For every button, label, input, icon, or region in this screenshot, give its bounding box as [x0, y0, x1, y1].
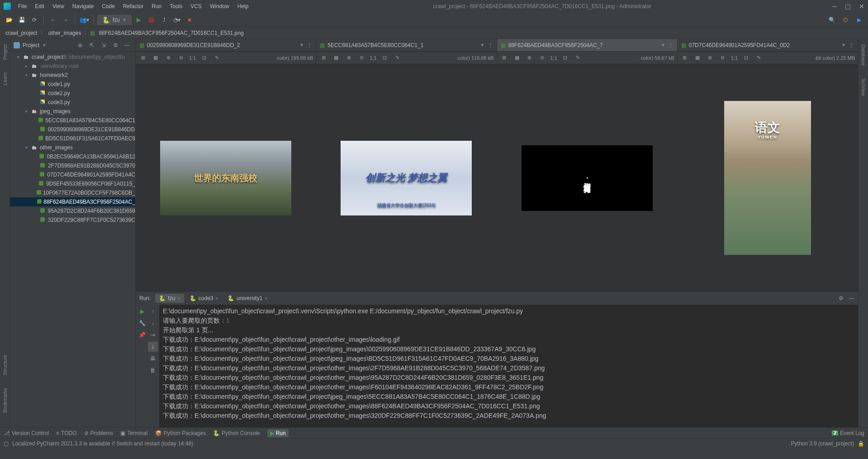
tree-arrow-icon[interactable]: ▾: [24, 73, 29, 77]
tab-py-console[interactable]: 🐍Python Console: [213, 430, 260, 436]
run-tab[interactable]: 🐍code3×: [186, 294, 222, 303]
pan-icon[interactable]: ⊡: [380, 53, 389, 62]
tree-arrow-icon[interactable]: ▾: [24, 109, 29, 114]
fit-icon[interactable]: ⊞: [500, 53, 509, 62]
cloud-icon[interactable]: ▶: [854, 14, 864, 25]
lock-icon[interactable]: 🔒: [858, 440, 864, 447]
tree-row[interactable]: 5ECC881A83A57B4C5E80CC064C1: [10, 116, 135, 125]
crumb-file[interactable]: 88F624BAED49BA3CF956F2504AC_7D016CC1_E53…: [97, 30, 245, 36]
up-button[interactable]: ↑: [148, 306, 158, 316]
fit-icon[interactable]: ⊞: [138, 53, 147, 62]
wrench-button[interactable]: 🔧: [137, 318, 147, 328]
tree-row[interactable]: ▾🖿homework2: [10, 71, 135, 80]
color-picker-icon[interactable]: ✎: [393, 53, 402, 62]
grid-icon[interactable]: ▦: [512, 53, 522, 62]
tree-row[interactable]: 10F0677E72A0B0DCCF5F798C6DB_: [10, 188, 135, 197]
editor-tab[interactable]: ▦0025990608969DE31CE91B846DD_2▼⋮: [136, 39, 316, 51]
tree-row[interactable]: 07D7C46DE964901A2595FD41A4C: [10, 170, 135, 179]
reload-button[interactable]: ⟳: [29, 14, 40, 25]
tool-database[interactable]: Database: [859, 43, 868, 67]
grid-icon[interactable]: ▦: [332, 53, 341, 62]
menu-navigate[interactable]: Navigate: [69, 1, 97, 11]
color-picker-icon[interactable]: ✎: [574, 53, 583, 62]
crumb-project[interactable]: crawl_project: [4, 30, 39, 36]
tree-row[interactable]: 320DF229C88FF7C1F0C5273639C: [10, 215, 135, 225]
more-icon[interactable]: ⋮: [307, 42, 312, 48]
tree-row[interactable]: 9D5EF45533E69056CF06F1A0115_: [10, 179, 135, 188]
tree-row[interactable]: code3.py: [10, 98, 135, 107]
pan-icon[interactable]: ⊡: [741, 53, 750, 62]
tree-row[interactable]: ▾🖿crawl_project E:\document\py_object\fu: [10, 53, 135, 62]
tree-arrow-icon[interactable]: ▾: [15, 55, 21, 59]
tool-bookmarks[interactable]: Bookmarks: [0, 386, 9, 415]
tree-row[interactable]: ▸🖿.venv library root: [10, 62, 135, 71]
maximize-icon[interactable]: ▢: [845, 3, 851, 10]
tree-arrow-icon[interactable]: ▾: [24, 145, 29, 150]
tree-row[interactable]: ▾🖿jpeg_images: [10, 107, 135, 116]
stop-button[interactable]: ■: [184, 14, 195, 25]
zoom-out-icon[interactable]: ⊖: [357, 53, 366, 62]
run-config-selector[interactable]: 🐍 fzu ▼: [97, 15, 132, 25]
tree-arrow-icon[interactable]: ▸: [24, 64, 29, 68]
chevron-down-icon[interactable]: ▼: [661, 43, 665, 48]
chevron-down-icon[interactable]: ▼: [42, 43, 46, 48]
color-picker-icon[interactable]: ✎: [212, 53, 221, 62]
editor-tab[interactable]: ▦88F624BAED49BA3CF956F2504AC_7▼⋮: [497, 39, 678, 51]
print-button[interactable]: 🖶: [148, 354, 158, 363]
more-icon[interactable]: ⋮: [488, 42, 493, 48]
menu-refactor[interactable]: Refactor: [119, 1, 147, 11]
event-log[interactable]: 2 Event Log: [832, 430, 864, 436]
menu-code[interactable]: Code: [98, 1, 119, 11]
image-canvas[interactable]: 世界的东南强校: [136, 64, 316, 292]
run-tab[interactable]: 🐍fzu×: [155, 294, 184, 303]
grid-icon[interactable]: ▦: [693, 53, 702, 62]
status-hide-icon[interactable]: ▢: [4, 440, 9, 447]
tab-vcs[interactable]: ⎇Version Control: [4, 430, 49, 436]
settings-icon[interactable]: ⚙: [111, 41, 120, 50]
image-canvas[interactable]: 语文YUWEN: [678, 64, 858, 292]
tree-row[interactable]: 0B2EC59649CA13BAC85941A8B12: [10, 152, 135, 161]
scroll-end-button[interactable]: ⤓: [148, 342, 158, 352]
menu-vcs[interactable]: VCS: [187, 1, 205, 11]
zoom-in-icon[interactable]: ⊕: [344, 53, 353, 62]
profile-button[interactable]: ◔▾: [171, 14, 182, 25]
fit-icon[interactable]: ⊞: [319, 53, 328, 62]
fit-icon[interactable]: ⊞: [680, 53, 689, 62]
sync-icon[interactable]: ⬡: [840, 14, 851, 25]
locate-icon[interactable]: ⊕: [76, 41, 85, 50]
close-icon[interactable]: ×: [177, 296, 180, 301]
tree-row[interactable]: 2F7D5968AE91B288D045C5C3970: [10, 161, 135, 170]
minimize-icon[interactable]: ─: [832, 3, 837, 10]
tool-structure[interactable]: Structure: [0, 353, 9, 377]
close-icon[interactable]: ×: [265, 296, 267, 301]
status-interpreter[interactable]: Python 3.9 (crawl_project): [787, 440, 858, 447]
save-button[interactable]: 💾: [16, 14, 27, 25]
tree-row[interactable]: 0025990608969DE31CE91B846DD: [10, 125, 135, 134]
more-icon[interactable]: ⋮: [849, 42, 854, 48]
image-canvas[interactable]: 与福大·美育相逢: [497, 64, 677, 292]
open-button[interactable]: 📂: [4, 14, 14, 25]
color-picker-icon[interactable]: ✎: [754, 53, 763, 62]
forward-button[interactable]: →: [60, 14, 71, 25]
menu-view[interactable]: View: [49, 1, 68, 11]
collapse-icon[interactable]: ⇲: [99, 41, 108, 50]
run-tab[interactable]: 🐍university1×: [224, 294, 271, 303]
debug-button[interactable]: 🐞: [146, 14, 157, 25]
settings-icon[interactable]: ⚙: [839, 295, 844, 301]
zoom-out-icon[interactable]: ⊖: [718, 53, 727, 62]
tool-project[interactable]: Project: [0, 43, 9, 62]
minimize-icon[interactable]: —: [849, 295, 854, 301]
zoom-out-icon[interactable]: ⊖: [176, 53, 185, 62]
crumb-folder[interactable]: other_images: [47, 30, 83, 36]
menu-file[interactable]: File: [14, 1, 30, 11]
tree-row[interactable]: 88F624BAED49BA3CF956F2504AC_: [10, 197, 135, 206]
pan-icon[interactable]: ⊡: [199, 53, 209, 62]
menu-run[interactable]: Run: [148, 1, 165, 11]
tab-run[interactable]: ▶Run: [267, 429, 289, 437]
tree-row[interactable]: code2.py: [10, 89, 135, 98]
zoom-out-icon[interactable]: ⊖: [538, 53, 547, 62]
close-icon[interactable]: ×: [216, 296, 218, 301]
menu-help[interactable]: Help: [234, 1, 252, 11]
back-button[interactable]: ←: [47, 14, 58, 25]
zoom-in-icon[interactable]: ⊕: [706, 53, 715, 62]
